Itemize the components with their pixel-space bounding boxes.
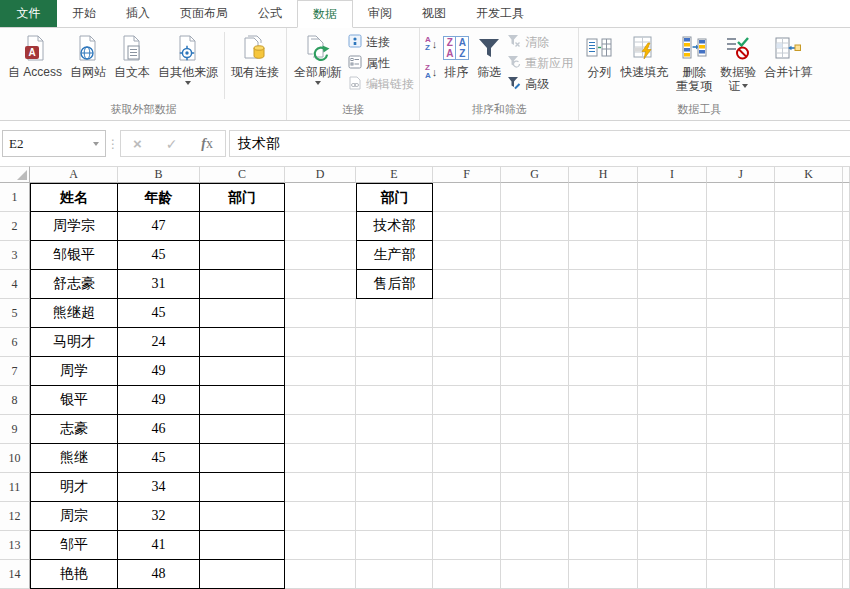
cell-H14[interactable] [569, 560, 638, 589]
cell-I14[interactable] [638, 560, 707, 589]
cell-I6[interactable] [638, 328, 707, 357]
cell-C10[interactable] [200, 444, 285, 473]
tab-home[interactable]: 开始 [57, 0, 111, 27]
cell-C13[interactable] [200, 531, 285, 560]
cell-A3[interactable]: 邹银平 [30, 241, 118, 270]
cell-D7[interactable] [285, 357, 356, 386]
cell-D13[interactable] [285, 531, 356, 560]
cell-G12[interactable] [501, 502, 569, 531]
col-header-E[interactable]: E [356, 166, 433, 183]
cell-I13[interactable] [638, 531, 707, 560]
clear-filter-button[interactable]: 清除 [505, 33, 575, 52]
consolidate-button[interactable]: 合并计算 [760, 30, 816, 79]
cell-K1[interactable] [775, 183, 843, 212]
cell-K7[interactable] [775, 357, 843, 386]
cell-G14[interactable] [501, 560, 569, 589]
cell-J6[interactable] [707, 328, 775, 357]
cell-E12[interactable] [356, 502, 433, 531]
cell-I9[interactable] [638, 415, 707, 444]
name-box-dropdown-icon[interactable] [93, 142, 99, 146]
cell-J14[interactable] [707, 560, 775, 589]
cell-I1[interactable] [638, 183, 707, 212]
cell-D6[interactable] [285, 328, 356, 357]
cell-G3[interactable] [501, 241, 569, 270]
cell-A5[interactable]: 熊继超 [30, 299, 118, 328]
cell-F13[interactable] [433, 531, 501, 560]
cell-G5[interactable] [501, 299, 569, 328]
cell-H7[interactable] [569, 357, 638, 386]
row-header-5[interactable]: 5 [0, 299, 30, 328]
cell-F2[interactable] [433, 212, 501, 241]
cell-A9[interactable]: 志豪 [30, 415, 118, 444]
from-web-button[interactable]: 自网站 [66, 30, 110, 79]
cell-B9[interactable]: 46 [118, 415, 200, 444]
cell-H6[interactable] [569, 328, 638, 357]
cell-G9[interactable] [501, 415, 569, 444]
cell-H5[interactable] [569, 299, 638, 328]
cell-H4[interactable] [569, 270, 638, 299]
formula-bar-grip[interactable]: ⋮ [106, 137, 120, 151]
cell-E3[interactable]: 生产部 [356, 241, 433, 270]
cell-H3[interactable] [569, 241, 638, 270]
properties-button[interactable]: 属性 [346, 54, 416, 73]
cell-G8[interactable] [501, 386, 569, 415]
cell-F10[interactable] [433, 444, 501, 473]
remove-duplicates-button[interactable]: 删除 重复项 [672, 30, 716, 93]
cell-K3[interactable] [775, 241, 843, 270]
refresh-all-button[interactable]: 全部刷新 [290, 30, 346, 85]
cell-G10[interactable] [501, 444, 569, 473]
cell-D8[interactable] [285, 386, 356, 415]
col-header-A[interactable]: A [30, 166, 118, 183]
sort-descending-button[interactable]: ZA ↓ [423, 61, 439, 83]
tab-insert[interactable]: 插入 [111, 0, 165, 27]
cell-D14[interactable] [285, 560, 356, 589]
text-to-columns-button[interactable]: 分列 [582, 30, 616, 79]
cell-F6[interactable] [433, 328, 501, 357]
cell-B12[interactable]: 32 [118, 502, 200, 531]
flash-fill-button[interactable]: 快速填充 [616, 30, 672, 79]
cell-J9[interactable] [707, 415, 775, 444]
cell-F12[interactable] [433, 502, 501, 531]
cell-D3[interactable] [285, 241, 356, 270]
cell-J10[interactable] [707, 444, 775, 473]
row-header-12[interactable]: 12 [0, 502, 30, 531]
cancel-icon[interactable]: × [133, 135, 142, 152]
tab-view[interactable]: 视图 [407, 0, 461, 27]
cell-G1[interactable] [501, 183, 569, 212]
sort-ascending-button[interactable]: AZ ↓ [423, 33, 439, 55]
cell-A1[interactable]: 姓名 [30, 183, 118, 212]
cell-B13[interactable]: 41 [118, 531, 200, 560]
cell-B11[interactable]: 34 [118, 473, 200, 502]
cell-A12[interactable]: 周宗 [30, 502, 118, 531]
cell-E14[interactable] [356, 560, 433, 589]
cell-E13[interactable] [356, 531, 433, 560]
filter-button[interactable]: 筛选 [473, 30, 505, 79]
cell-K12[interactable] [775, 502, 843, 531]
tab-developer[interactable]: 开发工具 [461, 0, 539, 27]
cell-K6[interactable] [775, 328, 843, 357]
cell-I2[interactable] [638, 212, 707, 241]
cell-I10[interactable] [638, 444, 707, 473]
row-header-11[interactable]: 11 [0, 473, 30, 502]
cell-G6[interactable] [501, 328, 569, 357]
cell-E2[interactable]: 技术部 [356, 212, 433, 241]
cell-J3[interactable] [707, 241, 775, 270]
cell-F9[interactable] [433, 415, 501, 444]
cell-J2[interactable] [707, 212, 775, 241]
cell-C6[interactable] [200, 328, 285, 357]
cell-G7[interactable] [501, 357, 569, 386]
cell-K14[interactable] [775, 560, 843, 589]
row-header-8[interactable]: 8 [0, 386, 30, 415]
cell-I8[interactable] [638, 386, 707, 415]
col-header-I[interactable]: I [638, 166, 707, 183]
cell-H9[interactable] [569, 415, 638, 444]
row-header-9[interactable]: 9 [0, 415, 30, 444]
cell-E8[interactable] [356, 386, 433, 415]
cell-J13[interactable] [707, 531, 775, 560]
cell-F11[interactable] [433, 473, 501, 502]
row-header-1[interactable]: 1 [0, 183, 30, 212]
cell-D5[interactable] [285, 299, 356, 328]
row-header-2[interactable]: 2 [0, 212, 30, 241]
cell-C12[interactable] [200, 502, 285, 531]
cell-F8[interactable] [433, 386, 501, 415]
